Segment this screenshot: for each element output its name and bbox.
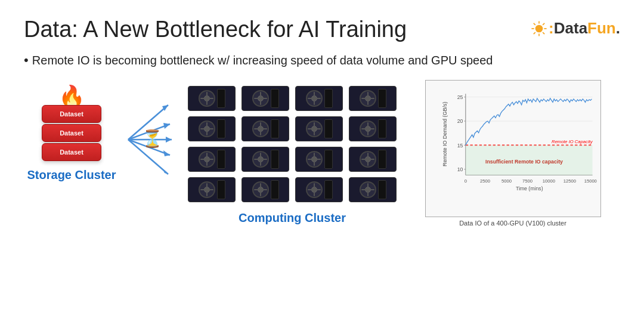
svg-text:12500: 12500 <box>563 178 575 184</box>
computing-label: Computing Cluster <box>239 211 346 225</box>
gpu-card <box>242 86 289 111</box>
gpu-card <box>295 116 343 141</box>
chart-svg: 25 20 15 Remote IO Capacity 10 0 <box>453 87 596 199</box>
gpu-card <box>349 177 397 202</box>
gpu-card <box>188 147 236 172</box>
svg-text:7500: 7500 <box>522 178 532 184</box>
computing-section: Computing Cluster <box>185 80 400 225</box>
dataset-disk-2: Dataset <box>42 124 101 142</box>
svg-text:0: 0 <box>464 178 466 184</box>
svg-text:2500: 2500 <box>480 178 490 184</box>
svg-text:10000: 10000 <box>542 178 555 184</box>
hourglass-icon: ⏳ <box>142 129 163 149</box>
svg-point-0 <box>535 24 543 32</box>
svg-line-6 <box>543 32 544 34</box>
gpu-card <box>349 116 397 141</box>
storage-label: Storage Cluster <box>27 168 116 182</box>
svg-line-5 <box>534 23 535 24</box>
svg-text:Insufficient Remote IO capacit: Insufficient Remote IO capacity <box>485 159 563 165</box>
gpu-card <box>242 177 289 202</box>
svg-line-7 <box>543 23 544 24</box>
svg-text:15000: 15000 <box>584 178 596 184</box>
bullet-section: Remote IO is becoming bottleneck w/ incr… <box>24 51 620 70</box>
svg-line-8 <box>534 32 535 34</box>
svg-text:Time (mins): Time (mins) <box>515 186 543 191</box>
gpu-card <box>349 147 397 172</box>
svg-text:Remote IO Capacity: Remote IO Capacity <box>551 140 593 145</box>
arrow-section: ⏳ <box>125 92 179 187</box>
header: Data: A New Bottleneck for AI Training :… <box>24 17 620 43</box>
gpu-card <box>188 116 236 141</box>
gpu-card <box>295 177 343 202</box>
dataset-disk-3: Dataset <box>42 143 101 161</box>
gpu-grid <box>188 86 397 204</box>
gpu-card <box>349 86 397 111</box>
chart-section: Remote IO Demand (GB/s) 25 20 <box>405 80 620 227</box>
flame-icon: 🔥 <box>58 86 85 107</box>
storage-visual: 🔥 Dataset Dataset Dataset <box>42 86 101 161</box>
chart-container: Remote IO Demand (GB/s) 25 20 <box>425 80 601 217</box>
svg-text:5000: 5000 <box>501 178 512 184</box>
gpu-card <box>242 116 289 141</box>
svg-text:10: 10 <box>457 166 463 172</box>
logo-text: :DataFun. <box>549 19 620 38</box>
svg-text:15: 15 <box>457 143 463 149</box>
gpu-card <box>295 147 343 172</box>
dataset-disk-1: Dataset <box>42 105 101 123</box>
gpu-card <box>188 86 236 111</box>
bullet-text: Remote IO is becoming bottleneck w/ incr… <box>24 51 620 70</box>
gpu-card <box>242 147 289 172</box>
slide: Data: A New Bottleneck for AI Training :… <box>0 0 644 312</box>
chart-title: Data IO of a 400-GPU (V100) cluster <box>459 220 566 227</box>
content-area: 🔥 Dataset Dataset Dataset Storage Cluste… <box>24 80 620 227</box>
storage-section: 🔥 Dataset Dataset Dataset Storage Cluste… <box>24 80 119 182</box>
svg-text:25: 25 <box>457 94 463 100</box>
gpu-card <box>295 86 343 111</box>
gpu-card <box>188 177 236 202</box>
logo-sun-icon <box>531 20 547 37</box>
svg-marker-18 <box>162 168 168 174</box>
logo: :DataFun. <box>531 19 620 38</box>
svg-marker-14 <box>166 137 172 143</box>
page-title: Data: A New Bottleneck for AI Training <box>24 17 407 43</box>
svg-text:20: 20 <box>457 119 463 125</box>
chart-y-label: Remote IO Demand (GB/s) <box>442 131 448 166</box>
dataset-stack: Dataset Dataset Dataset <box>42 105 101 161</box>
